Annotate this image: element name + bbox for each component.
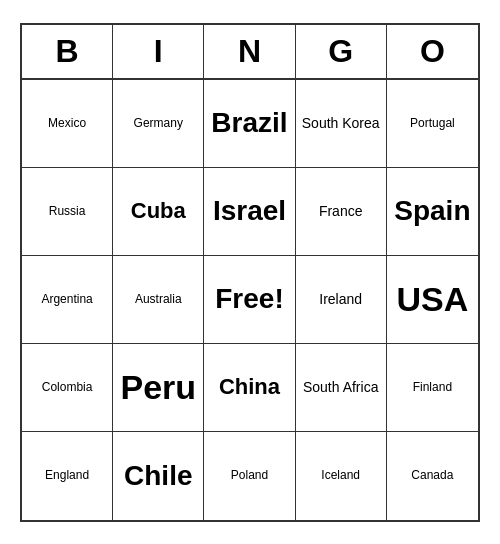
bingo-cell[interactable]: Germany: [113, 80, 204, 168]
bingo-cell[interactable]: Russia: [22, 168, 113, 256]
cell-label: Cuba: [131, 198, 186, 224]
bingo-cell[interactable]: Spain: [387, 168, 478, 256]
cell-label: USA: [396, 279, 468, 320]
cell-label: Germany: [134, 116, 183, 130]
bingo-cell[interactable]: South Africa: [296, 344, 387, 432]
cell-label: Peru: [120, 367, 196, 408]
bingo-cell[interactable]: Argentina: [22, 256, 113, 344]
bingo-cell[interactable]: England: [22, 432, 113, 520]
cell-label: Portugal: [410, 116, 455, 130]
header-letter: G: [296, 25, 387, 78]
bingo-cell[interactable]: Chile: [113, 432, 204, 520]
cell-label: Russia: [49, 204, 86, 218]
cell-label: South Korea: [302, 115, 380, 132]
cell-label: China: [219, 374, 280, 400]
bingo-card: BINGO MexicoGermanyBrazilSouth KoreaPort…: [20, 23, 480, 522]
cell-label: Australia: [135, 292, 182, 306]
cell-label: Canada: [411, 468, 453, 482]
cell-label: Iceland: [321, 468, 360, 482]
bingo-cell[interactable]: Israel: [204, 168, 295, 256]
cell-label: Brazil: [211, 106, 287, 140]
bingo-cell[interactable]: Finland: [387, 344, 478, 432]
cell-label: Poland: [231, 468, 268, 482]
cell-label: Argentina: [41, 292, 92, 306]
header-letter: N: [204, 25, 295, 78]
cell-label: France: [319, 203, 363, 220]
header-letter: I: [113, 25, 204, 78]
cell-label: Ireland: [319, 291, 362, 308]
bingo-cell[interactable]: South Korea: [296, 80, 387, 168]
bingo-cell[interactable]: Iceland: [296, 432, 387, 520]
cell-label: Finland: [413, 380, 452, 394]
bingo-cell[interactable]: Poland: [204, 432, 295, 520]
cell-label: Chile: [124, 459, 192, 493]
bingo-cell[interactable]: Cuba: [113, 168, 204, 256]
cell-label: England: [45, 468, 89, 482]
bingo-cell[interactable]: Colombia: [22, 344, 113, 432]
bingo-cell[interactable]: China: [204, 344, 295, 432]
bingo-cell[interactable]: Brazil: [204, 80, 295, 168]
bingo-cell[interactable]: Peru: [113, 344, 204, 432]
bingo-cell[interactable]: France: [296, 168, 387, 256]
bingo-cell[interactable]: Mexico: [22, 80, 113, 168]
cell-label: Free!: [215, 282, 283, 316]
cell-label: South Africa: [303, 379, 379, 396]
bingo-header: BINGO: [22, 25, 478, 80]
bingo-cell[interactable]: Free!: [204, 256, 295, 344]
cell-label: Israel: [213, 194, 286, 228]
bingo-cell[interactable]: Portugal: [387, 80, 478, 168]
header-letter: B: [22, 25, 113, 78]
cell-label: Spain: [394, 194, 470, 228]
cell-label: Colombia: [42, 380, 93, 394]
header-letter: O: [387, 25, 478, 78]
bingo-grid: MexicoGermanyBrazilSouth KoreaPortugalRu…: [22, 80, 478, 520]
bingo-cell[interactable]: Australia: [113, 256, 204, 344]
bingo-cell[interactable]: USA: [387, 256, 478, 344]
cell-label: Mexico: [48, 116, 86, 130]
bingo-cell[interactable]: Ireland: [296, 256, 387, 344]
bingo-cell[interactable]: Canada: [387, 432, 478, 520]
